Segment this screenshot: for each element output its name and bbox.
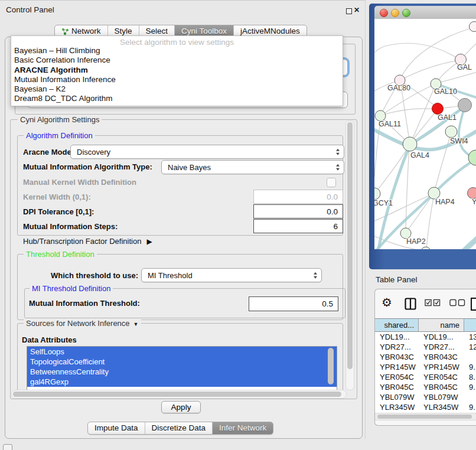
table-hscrollbar[interactable] [375, 413, 476, 420]
node-salmon[interactable] [468, 188, 476, 199]
table-panel: Table Panel ⚙ shared...nameA Y [371, 269, 476, 430]
algorithm-option-bayesian-hill-climbing[interactable]: Bayesian – Hill Climbing [11, 46, 343, 56]
hub-section-toggle[interactable]: Hub/Transcription Factor Definition ▶ [23, 237, 152, 246]
table-hscrollbar-thumb[interactable] [377, 415, 472, 419]
algorithm-option-mutual-information-inference[interactable]: Mutual Information Inference [11, 75, 343, 84]
select-all-columns-icon[interactable] [425, 299, 441, 306]
table-row[interactable]: YDL19...YDL19...13 [375, 332, 476, 342]
manual-kernel-checkbox[interactable] [327, 178, 336, 187]
node-gal-partial-label: GAL [457, 63, 472, 71]
table-cell: 13 [464, 332, 476, 342]
table-row[interactable]: YER054CYER054C8. [375, 372, 476, 382]
node-swi4[interactable] [445, 126, 457, 138]
mi-steps-field[interactable]: 6 [253, 219, 343, 233]
column-header-shared[interactable]: shared... [375, 318, 419, 332]
sources-title-wrap[interactable]: Sources for Network Inference▼ [24, 319, 141, 328]
export-table-icon[interactable] [470, 297, 476, 311]
settings-hscrollbar[interactable] [11, 390, 347, 399]
list-vscrollbar[interactable] [328, 348, 334, 384]
aracne-mode-combo[interactable]: Discovery [70, 145, 344, 159]
tab-impute-data[interactable]: Impute Data [88, 422, 145, 434]
zoom-window-icon[interactable] [402, 9, 410, 17]
node-hap4[interactable] [428, 187, 440, 199]
table-cell [464, 392, 476, 402]
dropdown-items: Bayesian – Hill ClimbingBasic Correlatio… [11, 46, 343, 104]
node-hub-gray[interactable] [458, 99, 472, 112]
network-edge[interactable] [436, 72, 476, 83]
table-row[interactable]: YBR043CYBR043C [375, 352, 476, 362]
column-header-name[interactable]: name [419, 318, 464, 332]
mi-threshold-group-title: MI Threshold Definition [30, 284, 113, 293]
column-header-a[interactable]: A [464, 318, 476, 332]
node-gal1[interactable] [432, 103, 444, 115]
node-gal4[interactable] [403, 137, 417, 151]
apply-button[interactable]: Apply [161, 401, 201, 413]
gear-icon[interactable]: ⚙ [382, 296, 392, 308]
network-edge[interactable] [400, 60, 461, 80]
tab-discretize-data[interactable]: Discretize Data [145, 422, 213, 434]
collapsed-arrow-icon: ▶ [146, 237, 152, 246]
node-bottom-partial[interactable] [421, 247, 431, 249]
network-canvas[interactable]: GALGAL80GAL10GAL1GAL11GAL4SWI4GCY1HAP4YH… [374, 19, 476, 249]
algorithm-option-aracne-algorithm[interactable]: ARACNE Algorithm [11, 66, 343, 75]
settings-vscrollbar-thumb[interactable] [347, 122, 353, 369]
aracne-mode-value: Discovery [77, 148, 110, 156]
algorithm-dropdown-popup: Select algorithm to view settings Bayesi… [11, 35, 343, 106]
node-top-partial[interactable] [470, 22, 476, 32]
dpi-tolerance-label: DPI Tolerance [0,1]: [23, 207, 94, 216]
network-edge[interactable] [374, 43, 461, 60]
table-row[interactable]: YBL079WYBL079W [375, 392, 476, 402]
mi-threshold-field[interactable]: 0.5 [249, 296, 338, 311]
combo-arrows-icon [336, 149, 340, 155]
table-row[interactable]: YPR145WYPR145W9. [375, 362, 476, 372]
network-edge[interactable] [448, 237, 476, 249]
network-edge[interactable] [375, 148, 408, 193]
network-icon [61, 28, 69, 35]
node-gcy1-label: GCY1 [374, 199, 393, 207]
algorithm-option-basic-correlation-inference[interactable]: Basic Correlation Inference [11, 56, 343, 65]
which-threshold-combo[interactable]: MI Threshold [141, 268, 322, 282]
attribute-item-betweennesscentrality[interactable]: BetweennessCentrality [27, 367, 337, 377]
table-cell: YER054C [375, 372, 419, 382]
hub-section-label: Hub/Transcription Factor Definition [23, 237, 141, 246]
table-cell: YDR27... [375, 342, 419, 352]
close-panel-icon[interactable]: ✕ [354, 6, 360, 14]
tab-infer-network[interactable]: Infer Network [213, 422, 273, 434]
column-layout-icon[interactable] [405, 298, 416, 310]
mi-type-combo[interactable]: Naive Bayes [161, 160, 344, 174]
node-gcy1[interactable] [374, 188, 380, 200]
attribute-item-selfloops[interactable]: SelfLoops [27, 347, 337, 357]
table-row[interactable]: YLR345WYLR345W9. [375, 402, 476, 412]
combo-arrows-icon [336, 164, 340, 171]
attribute-item-topologicalcoefficient[interactable]: TopologicalCoefficient [27, 357, 337, 367]
attribute-item-gal4rgexp[interactable]: gal4RGexp [27, 377, 337, 387]
node-hap4-label: HAP4 [435, 198, 455, 206]
float-window-icon[interactable] [346, 8, 352, 14]
table-row[interactable]: YDR27...YDR27...12 [375, 342, 476, 352]
table-cell: 9. [464, 402, 476, 412]
network-window-titlebar[interactable] [374, 6, 476, 19]
kernel-width-field[interactable]: 0.0 [253, 190, 343, 204]
bottom-tabbar: Impute DataDiscretize DataInfer Network [87, 422, 273, 435]
collapsed-panel-icon[interactable] [3, 444, 12, 450]
list-vscrollbar-thumb[interactable] [328, 348, 334, 384]
deselect-all-columns-icon[interactable] [449, 299, 465, 306]
algorithm-option-bayesian-k2[interactable]: Bayesian – K2 [11, 84, 343, 94]
settings-hscrollbar-thumb[interactable] [13, 392, 341, 397]
mi-threshold-value: 0.5 [322, 299, 333, 308]
node-gal11-label: GAL11 [379, 120, 401, 128]
table-body: YDL19...YDL19...13YDR27...YDR27...12YBR0… [375, 332, 476, 413]
network-edge[interactable] [400, 27, 475, 80]
settings-vscrollbar[interactable] [345, 120, 354, 390]
mi-type-value: Naive Bayes [168, 163, 211, 172]
minimize-window-icon[interactable] [391, 9, 399, 17]
table-cell: YBR043C [419, 352, 464, 362]
algorithm-option-dream8-dc-tdc-algorithm[interactable]: Dream8 DC_TDC Algorithm [11, 94, 343, 103]
data-attributes-list: SelfLoopsTopologicalCoefficientBetweenne… [27, 346, 337, 390]
dpi-tolerance-field[interactable]: 0.0 [253, 204, 343, 219]
combo-arrows-icon [314, 272, 317, 279]
table-row[interactable]: YBR045CYBR045C9. [375, 382, 476, 392]
close-window-icon[interactable] [380, 9, 388, 17]
node-gal10-label: GAL10 [434, 87, 457, 96]
kernel-width-value: 0.0 [327, 193, 338, 201]
